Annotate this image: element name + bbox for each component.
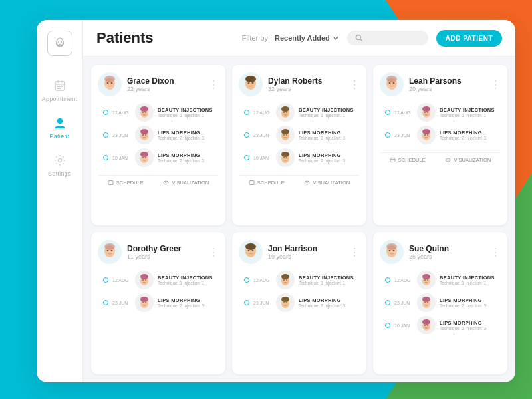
treatment-name: LIPS MORPHING: [158, 130, 219, 136]
filter-dropdown[interactable]: Filter by: Recently Added: [242, 34, 339, 42]
treatment-detail: Technique: 2 Injection: 3: [440, 136, 501, 140]
svg-rect-9: [61, 86, 63, 87]
svg-point-92: [252, 250, 254, 251]
treatment-face: [276, 103, 295, 122]
timeline-dot: [385, 300, 390, 305]
treatment-date: 10 JAN: [112, 156, 131, 160]
patient-age: 19 years: [268, 253, 317, 260]
treatment-face: [417, 293, 436, 312]
svg-point-65: [424, 112, 426, 113]
svg-point-109: [422, 274, 430, 279]
timeline-item: 10 JAN LIPS MORPHING Technique: 2 Inject…: [385, 316, 501, 334]
svg-point-81: [104, 243, 115, 250]
timeline-dot: [244, 155, 249, 160]
patient-card-sue-quinn: Sue Quinn 26 years ⋮ 12 AUG BEAUTY INJEC…: [373, 232, 507, 374]
action-schedule[interactable]: SCHEDULE: [390, 157, 426, 163]
treatment-name: LIPS MORPHING: [299, 130, 360, 136]
treatment-face: [135, 293, 154, 312]
add-patient-button[interactable]: ADD PATIENT: [436, 30, 502, 47]
patient-name: Dorothy Greer: [127, 244, 181, 253]
treatment-date: 12 AUG: [394, 278, 413, 283]
timeline-item: 12 AUG BEAUTY INJECTIONS Technique: 1 In…: [103, 103, 219, 122]
patient-card-jon-harrison: Jon Harrison 19 years ⋮ 12 AUG BEAUTY IN…: [232, 232, 366, 374]
svg-point-91: [248, 250, 250, 251]
svg-point-108: [427, 279, 428, 281]
card-menu-button[interactable]: ⋮: [349, 78, 360, 91]
card-menu-button[interactable]: ⋮: [208, 78, 219, 91]
treatment-face: [276, 271, 295, 289]
svg-point-66: [427, 112, 428, 113]
treatment-detail: Technique: 2 Injection: 3: [299, 303, 360, 308]
timeline-dot: [385, 132, 390, 138]
content-area: Patients Filter by: Recently Added ADD P…: [83, 20, 515, 382]
svg-point-27: [140, 129, 148, 134]
svg-point-29: [142, 157, 144, 158]
treatment-date: 12 AUG: [253, 110, 272, 115]
card-menu-button[interactable]: ⋮: [490, 78, 501, 91]
action-visualization[interactable]: VISUALIZATION: [163, 180, 209, 186]
action-schedule[interactable]: SCHEDULE: [249, 180, 285, 186]
card-menu-button[interactable]: ⋮: [490, 246, 501, 259]
svg-rect-7: [57, 86, 59, 87]
svg-point-101: [281, 297, 289, 302]
svg-point-43: [283, 112, 285, 113]
search-input[interactable]: [367, 34, 420, 42]
svg-point-59: [307, 182, 308, 184]
svg-point-97: [281, 274, 289, 279]
filter-label-text: Filter by:: [242, 34, 270, 42]
action-visualization[interactable]: VISUALIZATION: [304, 180, 350, 186]
card-menu-button[interactable]: ⋮: [349, 246, 360, 259]
treatment-face: [417, 271, 436, 289]
treatment-name: BEAUTY INJECTIONS: [158, 275, 219, 281]
treatment-date: 12 AUG: [394, 110, 413, 115]
timeline-dot: [385, 110, 390, 115]
chevron-down-icon: [332, 35, 339, 41]
svg-point-22: [145, 112, 146, 113]
card-header: Jon Harrison 19 years ⋮: [239, 240, 360, 264]
treatment-name: BEAUTY INJECTIONS: [299, 275, 360, 281]
patient-age: 32 years: [268, 86, 322, 92]
patient-age: 20 years: [409, 86, 462, 92]
timeline-dot: [385, 323, 390, 328]
treatment-detail: Technique: 2 Injection: 3: [158, 136, 219, 140]
treatment-face: [135, 148, 154, 167]
sidebar-item-appointment[interactable]: Appointment: [37, 72, 82, 109]
patients-grid: Grace Dixon 22 years ⋮ 12 AUG BEAUTY INJ…: [83, 57, 515, 382]
treatment-detail: Technique: 1 Injection: 1: [158, 281, 219, 285]
svg-point-45: [281, 106, 289, 112]
patient-name: Leah Parsons: [409, 76, 462, 86]
treatment-face: [135, 271, 154, 289]
treatment-detail: Technique: 2 Injection: 3: [440, 326, 501, 331]
treatment-face: [417, 316, 436, 334]
card-header: Dorothy Greer 11 years ⋮: [98, 240, 219, 264]
sidebar-item-patient[interactable]: Patient: [37, 109, 82, 146]
sidebar-item-settings[interactable]: Settings: [37, 146, 82, 184]
timeline-item: 10 JAN LIPS MORPHING Technique: 2 Inject…: [103, 148, 219, 167]
svg-point-47: [283, 134, 285, 136]
card-menu-button[interactable]: ⋮: [208, 246, 219, 259]
treatment-face: [276, 126, 295, 144]
svg-point-13: [58, 159, 61, 162]
svg-point-31: [140, 152, 148, 157]
treatment-timeline: 12 AUG BEAUTY INJECTIONS Technique: 1 In…: [380, 271, 501, 334]
svg-rect-54: [249, 181, 254, 185]
patient-name: Grace Dixon: [127, 76, 174, 86]
timeline-dot: [385, 277, 390, 283]
svg-point-69: [424, 134, 426, 136]
svg-point-17: [107, 82, 109, 84]
svg-point-40: [252, 82, 254, 84]
treatment-detail: Technique: 2 Injection: 3: [158, 303, 219, 308]
svg-point-53: [281, 152, 289, 157]
svg-point-77: [448, 160, 449, 161]
action-visualization[interactable]: VISUALIZATION: [445, 157, 491, 163]
patient-card-leah-parsons: Leah Parsons 20 years ⋮ 12 AUG BEAUTY IN…: [373, 65, 507, 225]
search-box[interactable]: [347, 31, 428, 45]
treatment-detail: Technique: 1 Injection: 1: [299, 113, 360, 118]
calendar-icon: [53, 78, 67, 93]
treatment-detail: Technique: 2 Injection: 3: [158, 158, 219, 163]
action-schedule[interactable]: SCHEDULE: [108, 180, 144, 186]
svg-point-83: [142, 279, 144, 281]
svg-point-84: [145, 279, 146, 281]
svg-point-117: [422, 319, 430, 325]
treatment-name: LIPS MORPHING: [299, 297, 360, 303]
